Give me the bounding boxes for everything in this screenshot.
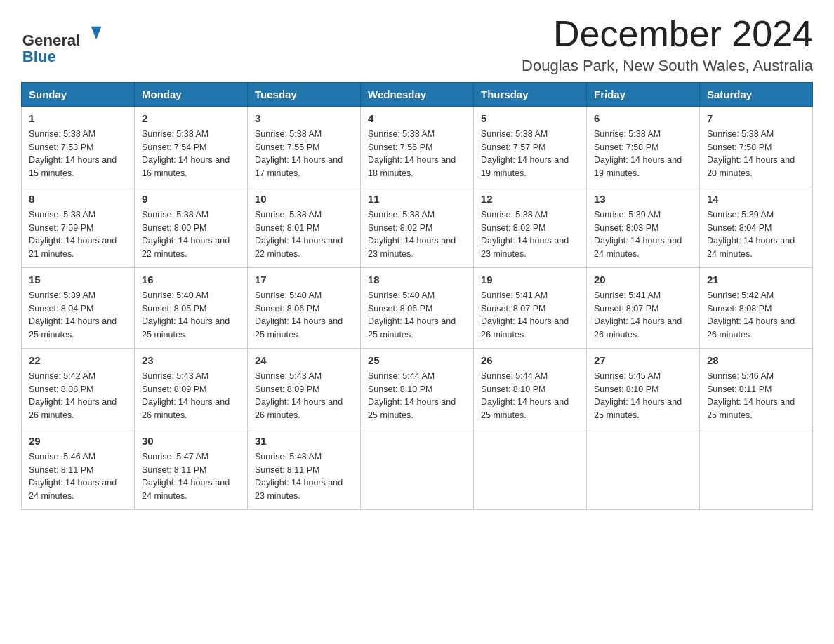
day-number: 9 (142, 192, 240, 206)
calendar-cell: 3Sunrise: 5:38 AMSunset: 7:55 PMDaylight… (248, 107, 361, 187)
daylight-info: Daylight: 14 hours and 24 minutes. (29, 478, 117, 501)
daylight-info: Daylight: 14 hours and 24 minutes. (142, 478, 230, 501)
sunrise-info: Sunrise: 5:48 AM (255, 452, 322, 462)
daylight-info: Daylight: 14 hours and 25 minutes. (142, 316, 230, 340)
sunset-info: Sunset: 8:06 PM (368, 304, 432, 314)
sunset-info: Sunset: 8:11 PM (255, 465, 319, 475)
sunrise-info: Sunrise: 5:38 AM (368, 129, 435, 139)
calendar-cell: 12Sunrise: 5:38 AMSunset: 8:02 PMDayligh… (474, 187, 587, 268)
calendar-table: SundayMondayTuesdayWednesdayThursdayFrid… (21, 82, 813, 510)
sunrise-info: Sunrise: 5:46 AM (29, 452, 95, 462)
calendar-cell: 6Sunrise: 5:38 AMSunset: 7:58 PMDaylight… (587, 107, 700, 187)
logo-svg: General Blue (21, 21, 105, 70)
calendar-cell: 10Sunrise: 5:38 AMSunset: 8:01 PMDayligh… (248, 187, 361, 268)
sunset-info: Sunset: 8:05 PM (142, 304, 206, 314)
sunset-info: Sunset: 7:56 PM (368, 142, 432, 152)
sunrise-info: Sunrise: 5:40 AM (255, 290, 322, 300)
sunrise-info: Sunrise: 5:39 AM (594, 210, 661, 220)
week-row-4: 22Sunrise: 5:42 AMSunset: 8:08 PMDayligh… (22, 349, 813, 429)
daylight-info: Daylight: 14 hours and 22 minutes. (142, 236, 230, 259)
calendar-cell: 11Sunrise: 5:38 AMSunset: 8:02 PMDayligh… (361, 187, 474, 268)
daylight-info: Daylight: 14 hours and 24 minutes. (594, 236, 682, 259)
day-number: 25 (368, 353, 466, 368)
calendar-cell: 27Sunrise: 5:45 AMSunset: 8:10 PMDayligh… (587, 349, 700, 429)
day-number: 16 (142, 272, 240, 287)
day-number: 21 (707, 272, 805, 287)
location-subtitle: Douglas Park, New South Wales, Australia (522, 57, 813, 75)
logo: General Blue (21, 14, 105, 70)
sunrise-info: Sunrise: 5:38 AM (142, 210, 208, 220)
sunrise-info: Sunrise: 5:43 AM (255, 371, 322, 381)
daylight-info: Daylight: 14 hours and 26 minutes. (594, 316, 682, 340)
day-number: 30 (142, 434, 240, 448)
day-number: 28 (707, 353, 805, 368)
daylight-info: Daylight: 14 hours and 16 minutes. (142, 155, 230, 178)
daylight-info: Daylight: 14 hours and 25 minutes. (368, 397, 456, 420)
calendar-cell: 25Sunrise: 5:44 AMSunset: 8:10 PMDayligh… (361, 349, 474, 429)
calendar-cell: 14Sunrise: 5:39 AMSunset: 8:04 PMDayligh… (700, 187, 813, 268)
daylight-info: Daylight: 14 hours and 20 minutes. (707, 155, 795, 178)
sunset-info: Sunset: 8:04 PM (29, 304, 93, 314)
calendar-cell: 2Sunrise: 5:38 AMSunset: 7:54 PMDaylight… (135, 107, 248, 187)
title-area: December 2024 Douglas Park, New South Wa… (522, 14, 813, 75)
calendar-cell: 17Sunrise: 5:40 AMSunset: 8:06 PMDayligh… (248, 268, 361, 349)
calendar-cell: 20Sunrise: 5:41 AMSunset: 8:07 PMDayligh… (587, 268, 700, 349)
daylight-info: Daylight: 14 hours and 26 minutes. (481, 316, 569, 340)
week-row-2: 8Sunrise: 5:38 AMSunset: 7:59 PMDaylight… (22, 187, 813, 268)
daylight-info: Daylight: 14 hours and 25 minutes. (368, 316, 456, 340)
calendar-cell: 30Sunrise: 5:47 AMSunset: 8:11 PMDayligh… (135, 429, 248, 510)
calendar-cell: 23Sunrise: 5:43 AMSunset: 8:09 PMDayligh… (135, 349, 248, 429)
sunset-info: Sunset: 8:03 PM (594, 223, 658, 233)
day-number: 26 (481, 353, 579, 368)
calendar-cell (474, 429, 587, 510)
daylight-info: Daylight: 14 hours and 18 minutes. (368, 155, 456, 178)
sunrise-info: Sunrise: 5:46 AM (707, 371, 774, 381)
day-number: 13 (594, 192, 692, 206)
daylight-info: Daylight: 14 hours and 15 minutes. (29, 155, 117, 178)
calendar-cell: 31Sunrise: 5:48 AMSunset: 8:11 PMDayligh… (248, 429, 361, 510)
sunset-info: Sunset: 7:53 PM (29, 142, 93, 152)
daylight-info: Daylight: 14 hours and 25 minutes. (255, 316, 343, 340)
sunrise-info: Sunrise: 5:39 AM (707, 210, 774, 220)
day-number: 10 (255, 192, 353, 206)
sunset-info: Sunset: 7:57 PM (481, 142, 545, 152)
sunrise-info: Sunrise: 5:38 AM (481, 210, 548, 220)
daylight-info: Daylight: 14 hours and 17 minutes. (255, 155, 343, 178)
page-header: General Blue December 2024 Douglas Park,… (21, 14, 813, 75)
weekday-header-sunday: Sunday (22, 83, 135, 107)
day-number: 23 (142, 353, 240, 368)
sunrise-info: Sunrise: 5:39 AM (29, 290, 95, 300)
sunrise-info: Sunrise: 5:41 AM (481, 290, 548, 300)
daylight-info: Daylight: 14 hours and 22 minutes. (255, 236, 343, 259)
day-number: 19 (481, 272, 579, 287)
daylight-info: Daylight: 14 hours and 25 minutes. (594, 397, 682, 420)
day-number: 11 (368, 192, 466, 206)
calendar-cell: 22Sunrise: 5:42 AMSunset: 8:08 PMDayligh… (22, 349, 135, 429)
sunrise-info: Sunrise: 5:42 AM (29, 371, 95, 381)
sunset-info: Sunset: 8:10 PM (481, 384, 545, 394)
sunset-info: Sunset: 8:01 PM (255, 223, 319, 233)
daylight-info: Daylight: 14 hours and 25 minutes. (707, 397, 795, 420)
week-row-3: 15Sunrise: 5:39 AMSunset: 8:04 PMDayligh… (22, 268, 813, 349)
calendar-cell: 8Sunrise: 5:38 AMSunset: 7:59 PMDaylight… (22, 187, 135, 268)
sunrise-info: Sunrise: 5:40 AM (368, 290, 435, 300)
daylight-info: Daylight: 14 hours and 19 minutes. (594, 155, 682, 178)
sunset-info: Sunset: 8:11 PM (707, 384, 772, 394)
day-number: 1 (29, 111, 127, 126)
day-number: 7 (707, 111, 805, 126)
svg-text:Blue: Blue (22, 48, 56, 65)
svg-marker-1 (91, 27, 102, 39)
sunrise-info: Sunrise: 5:38 AM (29, 129, 95, 139)
calendar-cell: 1Sunrise: 5:38 AMSunset: 7:53 PMDaylight… (22, 107, 135, 187)
daylight-info: Daylight: 14 hours and 19 minutes. (481, 155, 569, 178)
week-row-5: 29Sunrise: 5:46 AMSunset: 8:11 PMDayligh… (22, 429, 813, 510)
sunset-info: Sunset: 8:07 PM (594, 304, 658, 314)
sunrise-info: Sunrise: 5:38 AM (255, 210, 322, 220)
calendar-cell: 29Sunrise: 5:46 AMSunset: 8:11 PMDayligh… (22, 429, 135, 510)
weekday-header-saturday: Saturday (700, 83, 813, 107)
calendar-cell: 21Sunrise: 5:42 AMSunset: 8:08 PMDayligh… (700, 268, 813, 349)
daylight-info: Daylight: 14 hours and 21 minutes. (29, 236, 117, 259)
calendar-cell: 24Sunrise: 5:43 AMSunset: 8:09 PMDayligh… (248, 349, 361, 429)
sunrise-info: Sunrise: 5:42 AM (707, 290, 774, 300)
daylight-info: Daylight: 14 hours and 26 minutes. (707, 316, 795, 340)
